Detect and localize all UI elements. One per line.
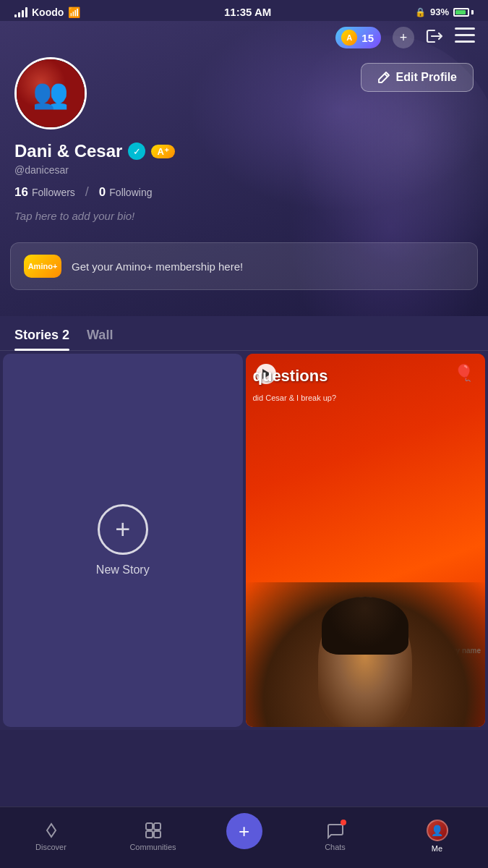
lock-icon: 🔒 [415, 7, 426, 17]
user-handle: @danicesar [14, 164, 474, 176]
new-story-circle-icon: + [98, 504, 148, 555]
story-title: questions [253, 367, 479, 386]
new-story-label: New Story [96, 563, 150, 576]
signal-icon [14, 7, 27, 17]
status-right: 🔒 93% [415, 7, 474, 17]
stats-row: 16 Followers / 0 Following [14, 184, 474, 200]
svg-rect-1 [455, 34, 475, 36]
aplus-badge: A⁺ [151, 145, 174, 158]
status-time: 11:35 AM [224, 6, 271, 18]
communities-icon [144, 821, 163, 840]
top-nav: A 15 + [0, 21, 488, 57]
content-section: Stories 2 Wall + New Story 🎈 questions [0, 316, 488, 730]
status-left: Koodo 📶 [14, 7, 80, 18]
discover-label: Discover [35, 843, 67, 851]
carrier-label: Koodo [32, 7, 64, 18]
profile-info-row: 👥 Edit Profile [0, 57, 488, 141]
username-row: Dani & Cesar ✓ A⁺ [14, 141, 474, 161]
nav-discover[interactable]: Discover [22, 821, 80, 851]
story-subtitle: did Cesar & I break up? [253, 393, 337, 402]
stories-grid: + New Story 🎈 questions did Cesar & I br… [0, 351, 488, 730]
bottom-nav: Discover Communities + Chats 👤 Me [0, 807, 488, 868]
followers-label: Followers [32, 187, 75, 198]
amino-notification-badge[interactable]: A 15 [335, 27, 381, 48]
amino-plus-banner[interactable]: Amino+ Get your Amino+ membership here! [10, 242, 478, 290]
tab-wall[interactable]: Wall [87, 328, 113, 350]
share-icon[interactable] [426, 27, 443, 48]
battery-percent: 93% [430, 7, 449, 17]
svg-marker-3 [47, 824, 56, 837]
me-avatar: 👤 [427, 820, 448, 841]
amino-banner-text: Get your Amino+ membership here! [72, 260, 243, 273]
nav-communities[interactable]: Communities [124, 821, 182, 851]
me-label: Me [432, 844, 442, 853]
following-label: Following [109, 187, 152, 198]
verified-badge: ✓ [128, 142, 145, 160]
svg-rect-4 [146, 823, 153, 830]
story-face-art [246, 582, 486, 727]
create-button[interactable]: + [226, 813, 262, 849]
following-stat[interactable]: 0 Following [99, 185, 153, 200]
svg-rect-0 [455, 27, 475, 30]
profile-header: A 15 + 👥 Edit P [0, 21, 488, 316]
communities-label: Communities [129, 843, 176, 851]
tab-stories[interactable]: Stories 2 [14, 328, 69, 350]
svg-rect-7 [154, 831, 160, 838]
avatar[interactable]: 👥 [14, 57, 87, 129]
bio-placeholder[interactable]: Tap here to add your bio! [14, 210, 474, 222]
chats-icon [326, 821, 345, 840]
story-card[interactable]: 🎈 questions did Cesar & I break up? what… [246, 354, 486, 727]
discover-icon [42, 821, 61, 840]
nav-chats[interactable]: Chats [307, 821, 364, 851]
profile-details: Dani & Cesar ✓ A⁺ @danicesar 16 Follower… [0, 141, 488, 242]
followers-count: 16 [14, 185, 28, 200]
nav-me[interactable]: 👤 Me [408, 820, 466, 853]
new-story-card[interactable]: + New Story [3, 354, 243, 727]
amino-plus-logo: Amino+ [24, 255, 61, 278]
chats-label: Chats [325, 843, 346, 851]
menu-icon[interactable] [455, 27, 475, 48]
display-name: Dani & Cesar [14, 141, 122, 161]
stat-divider: / [85, 184, 89, 200]
following-count: 0 [99, 185, 106, 200]
amino-badge-icon: A [341, 30, 357, 46]
edit-profile-button[interactable]: Edit Profile [361, 63, 474, 92]
svg-rect-2 [455, 41, 475, 43]
battery-icon [453, 8, 474, 17]
status-bar: Koodo 📶 11:35 AM 🔒 93% [0, 0, 488, 21]
svg-rect-5 [154, 823, 160, 830]
svg-rect-6 [146, 831, 153, 838]
followers-stat[interactable]: 16 Followers [14, 185, 75, 200]
add-button[interactable]: + [393, 27, 414, 48]
tabs-row: Stories 2 Wall [0, 316, 488, 351]
wifi-icon: 📶 [68, 7, 80, 18]
notif-count: 15 [361, 32, 374, 44]
edit-profile-label: Edit Profile [396, 71, 457, 84]
